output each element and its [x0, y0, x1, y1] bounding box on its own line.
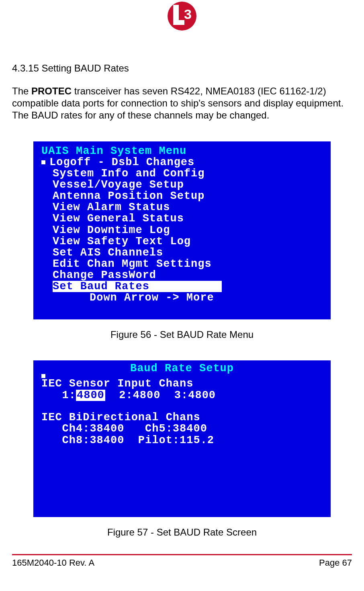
footer-page-number: Page 67	[319, 558, 352, 568]
menu-item: Antenna Position Setup	[33, 190, 331, 202]
logo-letter-l-icon	[173, 5, 183, 25]
menu-item-selected: Set Baud Rates	[33, 281, 331, 292]
footer-doc-id: 165M2040-10 Rev. A	[12, 558, 94, 568]
cursor-icon	[41, 160, 45, 164]
menu-item: Set AIS Channels	[33, 247, 331, 258]
menu-item: Vessel/Voyage Setup	[33, 179, 331, 190]
menu-item: View Alarm Status	[33, 202, 331, 213]
menu-more-hint: Down Arrow -> More	[33, 292, 331, 303]
menu-title: UAIS Main System Menu	[33, 145, 331, 157]
figure-57-caption: Figure 57 - Set BAUD Rate Screen	[12, 527, 352, 538]
section-heading: 4.3.15 Setting BAUD Rates	[12, 63, 352, 74]
intro-paragraph: The PROTEC transceiver has seven RS422, …	[12, 85, 352, 121]
sensor-row: 1:4800 2:4800 3:4800	[33, 390, 331, 401]
menu-item: View Safety Text Log	[33, 236, 331, 247]
section-label: IEC BiDirectional Chans	[33, 412, 331, 423]
section-number: 4.3.15	[12, 63, 39, 74]
baud-value: 4800	[133, 389, 161, 401]
baud-title: Baud Rate Setup	[33, 363, 331, 374]
menu-item: View General Status	[33, 213, 331, 224]
menu-item: System Info and Config	[33, 168, 331, 179]
baud-value: 115.2	[180, 434, 214, 446]
para-text-pre: The	[12, 86, 31, 96]
page-footer: 165M2040-10 Rev. A Page 67	[12, 558, 352, 572]
baud-value: 4800	[188, 389, 216, 401]
menu-item: Change PassWord	[33, 270, 331, 281]
logo: 3	[12, 0, 352, 31]
baud-value: 38400	[173, 423, 207, 435]
section-label: IEC Sensor Input Chans	[33, 378, 331, 389]
baud-rate-screen: Baud Rate Setup IEC Sensor Input Chans 1…	[33, 360, 331, 517]
section-title: Setting BAUD Rates	[41, 63, 129, 74]
baud-value-selected: 4800	[76, 390, 105, 401]
figure-56-caption: Figure 56 - Set BAUD Rate Menu	[12, 329, 352, 340]
baud-value: 38400	[90, 423, 124, 435]
footer-rule	[12, 554, 352, 555]
menu-item: Logoff - Dsbl Changes	[49, 157, 194, 168]
main-menu-screen: UAIS Main System Menu Logoff - Dsbl Chan…	[33, 141, 331, 319]
para-brand: PROTEC	[31, 86, 72, 96]
menu-item: View Downtime Log	[33, 225, 331, 236]
bidir-row: Ch4:38400 Ch5:38400	[33, 423, 331, 434]
logo-digit-3: 3	[184, 7, 192, 21]
bidir-row: Ch8:38400 Pilot:115.2	[33, 435, 331, 446]
menu-item: Edit Chan Mgmt Settings	[33, 258, 331, 270]
baud-value: 38400	[90, 434, 124, 446]
